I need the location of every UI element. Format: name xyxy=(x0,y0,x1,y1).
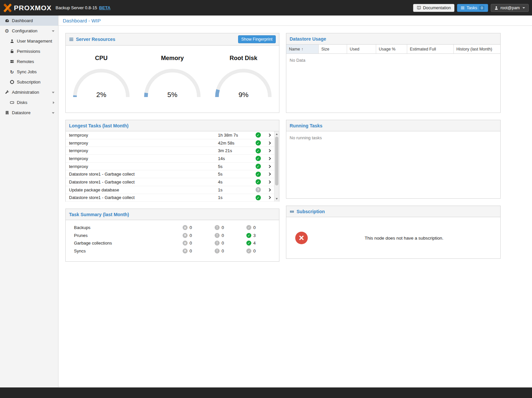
documentation-button[interactable]: Documentation xyxy=(413,4,454,12)
sidebar-item-administration[interactable]: Administration xyxy=(0,87,58,97)
subscription-panel: Subscription This node does not have a s… xyxy=(286,206,501,259)
sidebar-item-permissions[interactable]: Permissions xyxy=(0,46,58,56)
gauge-value: 9% xyxy=(214,91,273,99)
no-running-tasks-text: No running tasks xyxy=(286,131,500,144)
task-name: Update package database xyxy=(69,187,218,192)
user-menu-button[interactable]: root@pam xyxy=(491,4,529,12)
summary-row: Syncs 0 0 0 xyxy=(66,247,279,255)
chevron-right-icon[interactable] xyxy=(267,188,271,191)
sidebar-item-label: Configuration xyxy=(12,28,37,33)
tasks-label: Tasks xyxy=(467,6,477,10)
gauge-label: Root Disk xyxy=(230,55,257,62)
sidebar-item-configuration[interactable]: Configuration xyxy=(0,26,58,36)
task-duration: 1s xyxy=(218,187,252,192)
column-header-used[interactable]: Used xyxy=(347,45,376,53)
bottom-bar xyxy=(0,387,532,398)
task-name: termproxy xyxy=(69,164,218,169)
task-row: Datastore store1 - Garbage collect 1s xyxy=(66,194,274,202)
column-header-size[interactable]: Size xyxy=(319,45,347,53)
collapse-icon[interactable] xyxy=(52,112,54,114)
warning-count: 0 xyxy=(222,241,224,246)
sidebar-item-sync-jobs[interactable]: Sync Jobs xyxy=(0,67,58,77)
task-status-icon xyxy=(256,156,261,161)
sidebar-item-label: User Management xyxy=(17,39,52,44)
task-duration: 3m 21s xyxy=(218,148,252,153)
tasks-button[interactable]: Tasks 0 xyxy=(457,4,488,12)
page-title: Dashboard - WIP xyxy=(63,18,101,23)
scrollbar-thumb[interactable] xyxy=(275,137,278,185)
warning-icon xyxy=(215,233,220,238)
scroll-down-icon[interactable] xyxy=(274,196,279,201)
column-header-name[interactable]: Name xyxy=(286,45,319,53)
sidebar-item-disks[interactable]: Disks xyxy=(0,97,58,108)
chevron-right-icon[interactable] xyxy=(267,165,271,168)
sidebar-item-label: Disks xyxy=(17,100,27,105)
task-list-icon xyxy=(461,6,465,10)
sidebar-item-user-management[interactable]: User Management xyxy=(0,36,58,46)
error-count: 0 xyxy=(190,233,192,238)
refresh-icon xyxy=(9,70,15,74)
main-area: Dashboard - WIP Server Resources Show Fi… xyxy=(58,16,532,387)
scroll-up-icon[interactable] xyxy=(274,132,279,137)
expand-icon[interactable] xyxy=(53,101,54,104)
collapse-icon[interactable] xyxy=(52,30,54,32)
warning-count: 0 xyxy=(222,225,224,230)
task-status-icon xyxy=(256,148,261,153)
task-status-icon xyxy=(256,172,261,177)
summary-row: Garbage collections 0 0 4 xyxy=(66,239,279,247)
sidebar-item-label: Subscription xyxy=(17,80,41,84)
task-name: Datastore store1 - Garbage collect xyxy=(69,172,218,177)
chevron-right-icon[interactable] xyxy=(267,173,271,176)
sidebar: Dashboard Configuration User Management … xyxy=(0,16,58,387)
no-data-text: No Data xyxy=(286,54,500,67)
show-fingerprint-button[interactable]: Show Fingerprint xyxy=(238,35,276,43)
gauge-label: CPU xyxy=(95,55,108,62)
scrollbar[interactable] xyxy=(274,131,279,202)
task-status-icon xyxy=(256,195,261,200)
proxmox-x-icon xyxy=(3,4,12,12)
chevron-right-icon[interactable] xyxy=(267,181,271,184)
error-count: 0 xyxy=(190,249,192,253)
server-resources-header: Server Resources Show Fingerprint xyxy=(66,33,279,46)
task-duration: 5s xyxy=(218,172,252,177)
chevron-right-icon[interactable] xyxy=(267,157,271,160)
app-version-title: Backup Server 0.8-15 xyxy=(55,5,97,10)
sidebar-item-label: Remotes xyxy=(17,59,34,64)
ok-icon xyxy=(246,225,251,230)
chevron-right-icon[interactable] xyxy=(267,196,271,199)
chevron-right-icon[interactable] xyxy=(267,133,271,137)
panel-title: Datastore Usage xyxy=(290,36,326,42)
chevron-right-icon[interactable] xyxy=(267,149,271,152)
summary-label: Syncs xyxy=(74,249,183,253)
column-header-estimated-full[interactable]: Estimated Full xyxy=(407,45,454,53)
task-row: termproxy 5s xyxy=(66,163,274,171)
times-circle-icon xyxy=(295,232,308,244)
error-icon xyxy=(183,225,188,230)
subscription-header: Subscription xyxy=(286,206,500,217)
error-count: 0 xyxy=(190,225,192,230)
sidebar-item-label: Permissions xyxy=(17,49,40,54)
sidebar-item-dashboard[interactable]: Dashboard xyxy=(0,16,58,26)
error-count: 0 xyxy=(190,241,192,246)
warning-icon xyxy=(215,225,220,230)
wrench-icon xyxy=(4,90,10,94)
server-resources-panel: Server Resources Show Fingerprint CPU xyxy=(65,33,279,113)
beta-link[interactable]: BETA xyxy=(99,5,110,10)
task-status-icon xyxy=(256,132,261,138)
bars-icon xyxy=(69,37,74,42)
sidebar-item-remotes[interactable]: Remotes xyxy=(0,56,58,67)
sidebar-item-datastore[interactable]: Datastore xyxy=(0,108,58,118)
collapse-icon[interactable] xyxy=(52,92,54,93)
chevron-right-icon[interactable] xyxy=(267,141,271,145)
summary-row: Prunes 0 0 3 xyxy=(66,232,279,240)
subscription-body: This node does not have a subscription. xyxy=(286,217,500,259)
column-header-usage-percent[interactable]: Usage % xyxy=(376,45,407,53)
warning-count: 0 xyxy=(222,249,224,253)
column-header-history[interactable]: History (last Month) xyxy=(454,45,500,53)
task-row: termproxy 42m 58s xyxy=(66,139,274,147)
sidebar-item-subscription[interactable]: Subscription xyxy=(0,77,58,87)
lifering-icon xyxy=(9,80,15,84)
memory-gauge: Memory 5% xyxy=(137,55,208,99)
ok-count: 4 xyxy=(253,241,256,246)
hdd-icon xyxy=(9,100,15,105)
